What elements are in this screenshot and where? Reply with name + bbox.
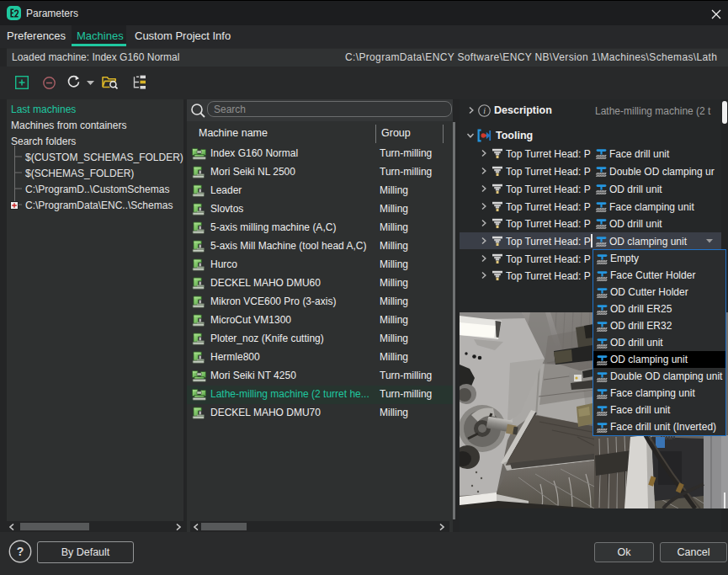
svg-text:?: ? [17, 545, 24, 558]
svg-text:i: i [483, 106, 486, 115]
